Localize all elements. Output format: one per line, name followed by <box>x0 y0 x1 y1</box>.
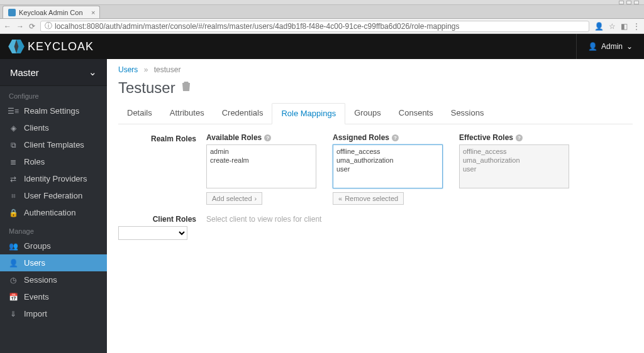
browser-tab-strip: Keycloak Admin Con × <box>0 5 644 19</box>
main-content: Users » testuser Testuser DetailsAttribu… <box>107 59 644 353</box>
assigned-roles-head: Assigned Roles <box>333 133 389 142</box>
client-roles-label: Client Roles <box>118 214 206 224</box>
nav-icon: 📅 <box>9 293 18 301</box>
nav-forward-icon[interactable]: → <box>16 22 24 31</box>
extension-icon[interactable]: ◧ <box>621 22 628 31</box>
role-option[interactable]: user <box>462 165 566 173</box>
sidebar-item-label: Clients <box>24 123 49 133</box>
sidebar-item-label: User Federation <box>24 191 82 200</box>
info-icon: ⓘ <box>45 21 52 31</box>
brand-logo[interactable]: KEYCLOAK <box>8 40 94 53</box>
sidebar-item-clients[interactable]: ◈Clients <box>0 119 107 136</box>
nav-icon: ≣ <box>9 158 18 166</box>
browser-address-bar: ← → ⟳ ⓘ localhost:8080/auth/admin/master… <box>0 19 644 34</box>
tab-details[interactable]: Details <box>118 103 161 124</box>
sidebar-item-events[interactable]: 📅Events <box>0 288 107 305</box>
page-title-text: Testuser <box>118 79 175 97</box>
close-tab-icon[interactable]: × <box>91 9 95 16</box>
role-option[interactable]: user <box>336 165 440 173</box>
realm-selector[interactable]: Master ⌄ <box>0 59 107 86</box>
sidebar-item-label: Authentication <box>24 208 75 217</box>
sidebar-item-label: Realm Settings <box>24 106 79 116</box>
sidebar-item-roles[interactable]: ≣Roles <box>0 153 107 170</box>
remove-selected-button[interactable]: «Remove selected <box>333 192 404 205</box>
sidebar-section-manage: Manage <box>0 221 107 237</box>
add-selected-button[interactable]: Add selected› <box>206 192 262 205</box>
user-icon: 👤 <box>588 42 597 51</box>
app-header: KEYCLOAK 👤 Admin ⌄ <box>0 34 644 59</box>
sidebar-item-label: Import <box>24 309 47 318</box>
sidebar-item-import[interactable]: ⇓Import <box>0 305 107 322</box>
help-icon[interactable]: ? <box>392 134 399 141</box>
nav-icon: 👥 <box>9 242 18 251</box>
chevron-down-icon: ⌄ <box>626 42 633 51</box>
tab-groups[interactable]: Groups <box>345 103 390 124</box>
role-option[interactable]: uma_authorization <box>336 156 440 165</box>
help-icon[interactable]: ? <box>516 134 523 141</box>
star-icon[interactable]: ☆ <box>609 22 616 31</box>
tab-bar: DetailsAttributesCredentialsRole Mapping… <box>118 103 633 124</box>
nav-icon: ◈ <box>9 124 18 133</box>
sidebar-item-groups[interactable]: 👥Groups <box>0 237 107 254</box>
sidebar-item-label: Client Templates <box>24 140 84 149</box>
sidebar-item-sessions[interactable]: ◷Sessions <box>0 271 107 288</box>
user-label: Admin <box>601 42 623 51</box>
chevron-down-icon: ⌄ <box>89 67 97 78</box>
help-icon[interactable]: ? <box>264 134 271 141</box>
effective-roles-head: Effective Roles <box>459 133 513 142</box>
sidebar-item-label: Groups <box>24 241 51 251</box>
tab-consents[interactable]: Consents <box>390 103 442 124</box>
realm-roles-label: Realm Roles <box>118 133 206 143</box>
sidebar-item-realm-settings[interactable]: ☰≡Realm Settings <box>0 102 107 119</box>
sidebar: Master ⌄ Configure ☰≡Realm Settings◈Clie… <box>0 59 107 353</box>
tab-role-mappings[interactable]: Role Mappings <box>272 103 345 124</box>
sidebar-item-label: Events <box>24 292 49 301</box>
nav-icon: 👤 <box>9 259 18 268</box>
nav-icon: ☰≡ <box>9 107 18 116</box>
personal-icon[interactable]: 👤 <box>594 22 604 31</box>
client-select[interactable] <box>118 226 187 240</box>
keycloak-logo-icon <box>8 40 25 53</box>
sidebar-item-identity-providers[interactable]: ⇄Identity Providers <box>0 170 107 187</box>
nav-icon: ⇄ <box>9 175 18 183</box>
nav-icon: ◷ <box>9 276 18 285</box>
chevron-left-icon: « <box>338 195 342 202</box>
page-title: Testuser <box>118 79 633 97</box>
brand-text: KEYCLOAK <box>28 40 94 53</box>
sidebar-item-client-templates[interactable]: ⧉Client Templates <box>0 136 107 153</box>
breadcrumb-sep-icon: » <box>144 65 148 74</box>
url-input[interactable]: ⓘ localhost:8080/auth/admin/master/conso… <box>40 21 589 32</box>
tab-sessions[interactable]: Sessions <box>442 103 493 124</box>
role-option[interactable]: uma_authorization <box>462 156 566 165</box>
delete-user-icon[interactable] <box>182 82 191 94</box>
favicon-icon <box>8 9 16 16</box>
sidebar-item-label: Users <box>24 258 45 268</box>
sidebar-item-user-federation[interactable]: ⌗User Federation <box>0 187 107 204</box>
nav-reload-icon[interactable]: ⟳ <box>29 22 35 31</box>
breadcrumb: Users » testuser <box>118 65 633 74</box>
os-window-chrome <box>0 0 644 5</box>
nav-icon: 🔒 <box>9 209 18 217</box>
realm-name: Master <box>10 67 39 78</box>
tab-title: Keycloak Admin Con <box>19 9 83 16</box>
role-option[interactable]: create-realm <box>209 156 313 165</box>
tab-credentials[interactable]: Credentials <box>213 103 272 124</box>
breadcrumb-parent[interactable]: Users <box>118 65 138 74</box>
menu-icon[interactable]: ⋮ <box>633 22 640 31</box>
user-menu[interactable]: 👤 Admin ⌄ <box>576 34 633 59</box>
nav-icon: ⧉ <box>9 141 18 149</box>
client-roles-hint: Select client to view roles for client <box>206 214 321 224</box>
sidebar-item-label: Roles <box>24 157 45 166</box>
available-roles-listbox[interactable]: admincreate-realm <box>206 144 316 188</box>
sidebar-item-users[interactable]: 👤Users <box>0 254 107 271</box>
sidebar-item-authentication[interactable]: 🔒Authentication <box>0 204 107 221</box>
assigned-roles-listbox[interactable]: offline_accessuma_authorizationuser <box>333 144 443 188</box>
role-option[interactable]: admin <box>209 147 313 156</box>
role-option[interactable]: offline_access <box>336 147 440 156</box>
sidebar-item-label: Sessions <box>24 275 57 285</box>
role-option[interactable]: offline_access <box>462 147 566 156</box>
tab-attributes[interactable]: Attributes <box>161 103 213 124</box>
nav-back-icon[interactable]: ← <box>4 22 11 31</box>
sidebar-section-configure: Configure <box>0 86 107 102</box>
browser-tab[interactable]: Keycloak Admin Con × <box>3 6 100 18</box>
